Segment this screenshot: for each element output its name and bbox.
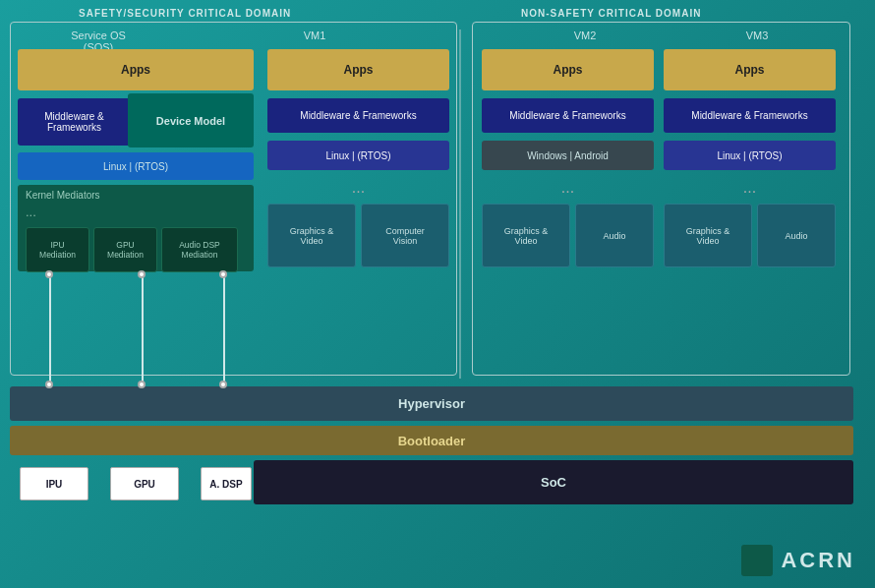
dsp-connector-top [219,270,227,278]
domain-right-label: NON-SAFETY CRITICAL DOMAIN [521,8,701,19]
vm2-label: VM2 [546,29,624,41]
acrn-icon [741,545,773,576]
vm3-middleware-box: Middleware & Frameworks [664,98,836,133]
vm2-middleware-box: Middleware & Frameworks [482,98,654,133]
ipu-connector-top [45,270,53,278]
vm2-graphics-video: Graphics & Video [482,204,570,267]
sos-middleware-box: Middleware & Frameworks [18,98,131,146]
kernel-mediators-label: Kernel Mediators [26,190,100,201]
kernel-ellipsis: ... [26,205,36,219]
ipu-hw-box: IPU [20,467,88,500]
gpu-connector-line [142,273,144,386]
gpu-hw-box: GPU [110,467,179,500]
acrn-logo: ACRN [741,545,855,576]
vm1-graphics-video: Graphics & Video [267,204,356,267]
soc-box: SoC [254,460,853,504]
vm2-ellipsis: ... [482,175,654,200]
gpu-mediation-box: GPU Mediation [93,227,157,272]
vm1-linux-rtos: Linux | (RTOS) [267,141,449,170]
vm1-label: VM1 [275,29,354,41]
gpu-connector-bottom [138,381,146,388]
ipu-mediation-box: IPU Mediation [26,227,89,272]
vm1-middleware-box: Middleware & Frameworks [267,98,449,133]
bootloader-box: Bootloader [10,426,853,455]
audio-dsp-mediation-box: Audio DSP Mediation [161,227,238,272]
vm3-apps-box: Apps [664,49,836,90]
gpu-connector-top [138,270,146,278]
vm1-apps-box: Apps [267,49,449,90]
domain-divider [459,29,461,379]
kernel-mediators-container: Kernel Mediators ... IPU Mediation GPU M… [18,185,254,271]
sos-apps-box: Apps [18,49,254,90]
device-model-box: Device Model [128,93,254,147]
hypervisor-box: Hypervisor [10,386,853,421]
ipu-connector-line [49,273,51,386]
vm2-audio: Audio [575,204,654,267]
vm3-graphics-video: Graphics & Video [664,204,752,267]
vm3-linux-rtos: Linux | (RTOS) [664,141,836,170]
dsp-connector-bottom [219,381,227,388]
background: SAFETY/SECURITY CRITICAL DOMAIN NON-SAFE… [0,0,875,588]
domain-left-label: SAFETY/SECURITY CRITICAL DOMAIN [79,8,291,19]
vm3-audio: Audio [757,204,836,267]
dsp-connector-line [223,273,225,386]
vm1-ellipsis: ... [267,175,449,200]
vm2-apps-box: Apps [482,49,654,90]
vm2-windows-android: Windows | Android [482,141,654,170]
sos-linux-rtos: Linux | (RTOS) [18,152,254,180]
acrn-text: ACRN [781,548,855,573]
adsp-hw-box: A. DSP [201,467,252,500]
vm3-label: VM3 [718,29,796,41]
vm1-computer-vision: Computer Vision [361,204,449,267]
vm3-ellipsis: ... [664,175,836,200]
ipu-connector-bottom [45,381,53,388]
